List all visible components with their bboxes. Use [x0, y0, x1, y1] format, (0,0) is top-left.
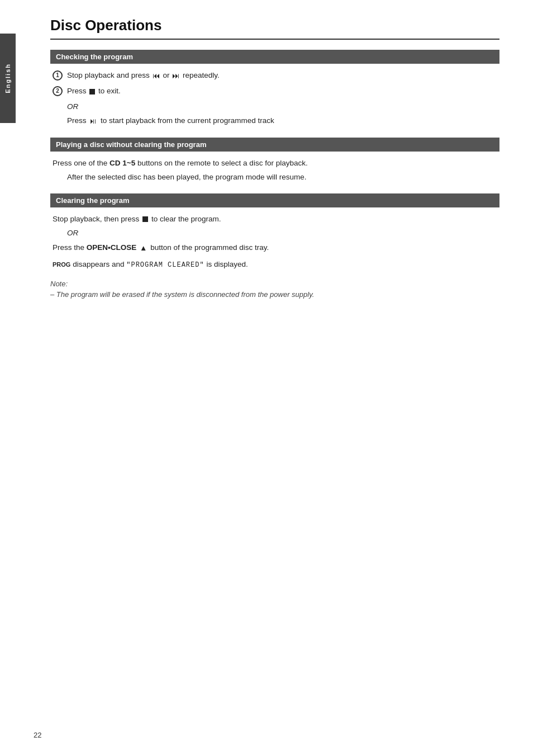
cd-buttons-label: CD 1~5 — [110, 159, 135, 167]
page-title: Disc Operations — [50, 17, 499, 40]
or-label-1: OR — [67, 101, 497, 113]
prog-label: PROG — [53, 261, 70, 268]
step-number-2: 2 — [53, 86, 63, 96]
playing-text-1: Press one of the CD 1~5 buttons on the r… — [53, 157, 497, 169]
page-container: English Disc Operations Checking the pro… — [0, 0, 533, 756]
clearing-text-2: Press the OPEN•CLOSE ▲ button of the pro… — [53, 242, 497, 254]
section-clearing-content: Stop playback, then press to clear the p… — [50, 213, 499, 271]
step-1-row: 1 Stop playback and press ⏮ or ⏭ repeate… — [53, 69, 497, 82]
play-pause-icon: ⏯ — [89, 115, 97, 127]
stop-icon — [89, 89, 95, 94]
playing-text-2: After the selected disc has been played,… — [67, 171, 497, 183]
section-playing-content: Press one of the CD 1~5 buttons on the r… — [50, 157, 499, 183]
note-item-1: – The program will be erased if the syst… — [50, 290, 499, 299]
display-text: "PROGRAM CLEARED" — [126, 261, 204, 269]
eject-icon: ▲ — [140, 242, 147, 254]
section-header-checking: Checking the program — [50, 50, 499, 64]
clearing-text-1: Stop playback, then press to clear the p… — [53, 213, 497, 225]
step-2-row: 2 Press to exit. — [53, 85, 497, 97]
section-checking-content: 1 Stop playback and press ⏮ or ⏭ repeate… — [50, 69, 499, 127]
or-label-2: OR — [67, 227, 497, 239]
step-1-text: Stop playback and press ⏮ or ⏭ repeatedl… — [67, 69, 220, 82]
note-section: Note: – The program will be erased if th… — [50, 280, 499, 299]
skip-next-icon: ⏭ — [172, 70, 180, 82]
note-title: Note: — [50, 280, 499, 288]
prog-display-line: PROG disappears and "PROGRAM CLEARED" is… — [53, 258, 497, 271]
open-close-label: OPEN•CLOSE — [87, 243, 137, 252]
step-number-1: 1 — [53, 70, 63, 81]
step-2-text: Press to exit. — [67, 85, 121, 97]
page-number: 22 — [34, 731, 41, 739]
section-header-clearing: Clearing the program — [50, 193, 499, 207]
press-play-line: Press ⏯ to start playback from the curre… — [67, 115, 497, 127]
skip-prev-icon: ⏮ — [153, 70, 160, 82]
section-header-playing: Playing a disc without clearing the prog… — [50, 138, 499, 152]
sidebar-tab: English — [0, 34, 16, 123]
sidebar-label: English — [4, 63, 11, 93]
stop-icon-2 — [142, 216, 148, 222]
